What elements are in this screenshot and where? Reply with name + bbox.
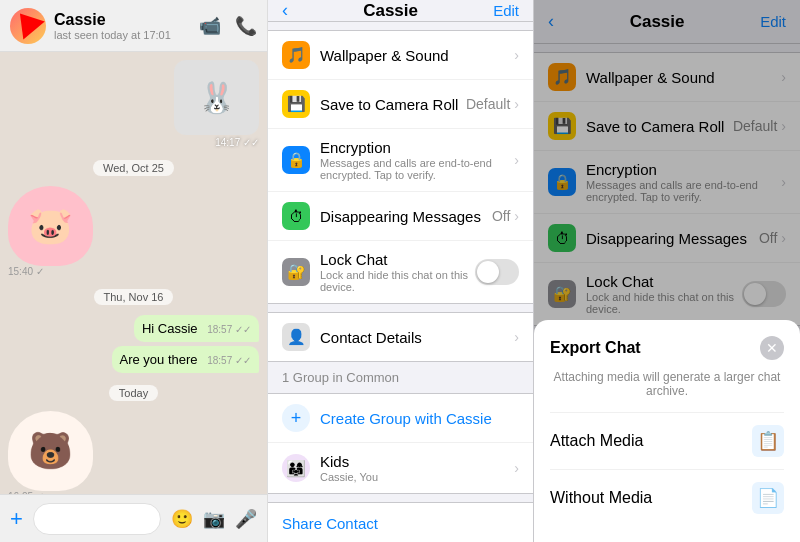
contact-details-icon: 👤 [282, 323, 310, 351]
edit-button[interactable]: Edit [493, 2, 519, 19]
date-label-2: Thu, Nov 16 [94, 289, 174, 305]
camera-icon[interactable]: 📷 [203, 508, 225, 530]
sticker-outgoing: 🐰 [174, 60, 259, 135]
message-time-2: 18:57 ✓✓ [207, 355, 251, 366]
video-call-icon[interactable]: 📹 [199, 15, 221, 37]
groups-header: 1 Group in Common [268, 362, 533, 389]
encryption-label: Encryption [320, 139, 391, 156]
export-modal: Export Chat ✕ Attaching media will gener… [534, 320, 800, 542]
date-separator-today: Today [8, 383, 259, 401]
camera-roll-label: Save to Camera Roll [320, 96, 466, 113]
share-contact-row[interactable]: Share Contact [268, 503, 533, 542]
today-label: Today [109, 385, 158, 401]
chevron-icon-4: › [514, 208, 519, 224]
date-separator: Wed, Oct 25 [8, 158, 259, 176]
contact-details-row[interactable]: 👤 Contact Details › [268, 313, 533, 361]
chevron-icon-5: › [514, 329, 519, 345]
panel2-title: Cassie [363, 1, 418, 21]
actions-section: Share Contact Export Chat Clear Chat Blo… [268, 502, 533, 542]
kids-group-sublabel: Cassie, You [320, 471, 510, 483]
contact-status: last seen today at 17:01 [54, 29, 171, 41]
lock-chat-label: Lock Chat [320, 251, 388, 268]
chat-header: C Cassie last seen today at 17:01 📹 📞 [0, 0, 267, 52]
disappearing-messages-row[interactable]: ⏱ Disappearing Messages Off › [268, 192, 533, 241]
sticker-icon[interactable]: 🙂 [171, 508, 193, 530]
chevron-icon-6: › [514, 460, 519, 476]
create-group-icon: + [282, 404, 310, 432]
wallpaper-sound-row[interactable]: 🎵 Wallpaper & Sound › [268, 31, 533, 80]
input-action-icons: 🙂 📷 🎤 [171, 508, 257, 530]
export-panel: ‹ Cassie Edit 🎵 Wallpaper & Sound › 💾 Sa… [534, 0, 800, 542]
kids-group-label: Kids [320, 453, 349, 470]
wallpaper-label: Wallpaper & Sound [320, 47, 510, 64]
contact-name: Cassie [54, 11, 171, 29]
back-button[interactable]: ‹ [282, 0, 288, 21]
lock-chat-row[interactable]: 🔐 Lock Chat Lock and hide this chat on t… [268, 241, 533, 303]
create-group-label: Create Group with Cassie [320, 410, 492, 427]
chevron-icon-3: › [514, 152, 519, 168]
lock-chat-sublabel: Lock and hide this chat on this device. [320, 269, 475, 293]
kids-group-icon: 👨‍👩‍👧 [282, 454, 310, 482]
toggle-knob [477, 261, 499, 283]
contact-info-panel: ‹ Cassie Edit 🎵 Wallpaper & Sound › 💾 Sa… [268, 0, 534, 542]
message-bubble-2: Are you there 18:57 ✓✓ [112, 346, 259, 373]
disappearing-value: Off [492, 208, 510, 224]
encryption-row[interactable]: 🔒 Encryption Messages and calls are end-… [268, 129, 533, 192]
sticker-bear: 🐻 [8, 411, 93, 491]
sticker-time: 14:17 ✓✓ [174, 137, 259, 148]
chevron-icon-2: › [514, 96, 519, 112]
contact-details-section: 👤 Contact Details › [268, 312, 533, 362]
settings-section: 🎵 Wallpaper & Sound › 💾 Save to Camera R… [268, 30, 533, 304]
panel2-header: ‹ Cassie Edit [268, 0, 533, 22]
attach-media-label: Attach Media [550, 432, 752, 450]
encryption-sublabel: Messages and calls are end-to-end encryp… [320, 157, 510, 181]
message-input[interactable] [33, 503, 161, 535]
message-text-2: Are you there [120, 352, 198, 367]
phone-icon[interactable]: 📞 [235, 15, 257, 37]
save-camera-roll-row[interactable]: 💾 Save to Camera Roll Default › [268, 80, 533, 129]
attach-media-option[interactable]: Attach Media 📋 [550, 412, 784, 469]
without-media-label: Without Media [550, 489, 752, 507]
chevron-icon: › [514, 47, 519, 63]
add-attachment-icon[interactable]: + [10, 506, 23, 532]
camera-roll-value: Default [466, 96, 510, 112]
export-modal-title: Export Chat [550, 339, 641, 357]
create-group-row[interactable]: + Create Group with Cassie [268, 394, 533, 443]
disappearing-label: Disappearing Messages [320, 208, 492, 225]
sticker-incoming-time: 15:40 ✓ [8, 266, 93, 277]
message-list: 🐰 14:17 ✓✓ Wed, Oct 25 🐷 15:40 ✓ Thu, No… [0, 52, 267, 494]
lock-chat-icon: 🔐 [282, 258, 310, 286]
chat-panel: C Cassie last seen today at 17:01 📹 📞 🐰 … [0, 0, 268, 542]
export-modal-description: Attaching media will generate a larger c… [550, 370, 784, 398]
encryption-icon: 🔒 [282, 146, 310, 174]
lock-chat-toggle[interactable] [475, 259, 519, 285]
export-modal-header: Export Chat ✕ [550, 336, 784, 360]
kids-group-row[interactable]: 👨‍👩‍👧 Kids Cassie, You › [268, 443, 533, 493]
camera-roll-icon: 💾 [282, 90, 310, 118]
attach-media-icon: 📋 [752, 425, 784, 457]
contact-details-label: Contact Details [320, 329, 510, 346]
export-modal-overlay[interactable]: Export Chat ✕ Attaching media will gener… [534, 0, 800, 542]
wallpaper-icon: 🎵 [282, 41, 310, 69]
disappearing-icon: ⏱ [282, 202, 310, 230]
sticker-pink: 🐷 [8, 186, 93, 266]
groups-section: + Create Group with Cassie 👨‍👩‍👧 Kids Ca… [268, 393, 533, 494]
mic-icon[interactable]: 🎤 [235, 508, 257, 530]
message-time-1: 18:57 ✓✓ [207, 324, 251, 335]
date-label: Wed, Oct 25 [93, 160, 174, 176]
header-icons: 📹 📞 [199, 15, 257, 37]
export-modal-close-button[interactable]: ✕ [760, 336, 784, 360]
without-media-icon: 📄 [752, 482, 784, 514]
without-media-option[interactable]: Without Media 📄 [550, 469, 784, 526]
message-bubble-1: Hi Cassie 18:57 ✓✓ [134, 315, 259, 342]
contact-info: Cassie last seen today at 17:01 [54, 11, 171, 41]
share-contact-label: Share Contact [282, 515, 378, 532]
date-separator-2: Thu, Nov 16 [8, 287, 259, 305]
chat-input-bar: + 🙂 📷 🎤 [0, 494, 267, 542]
sticker-bear-time: 16:25 ✓ [8, 491, 93, 494]
message-text-1: Hi Cassie [142, 321, 198, 336]
